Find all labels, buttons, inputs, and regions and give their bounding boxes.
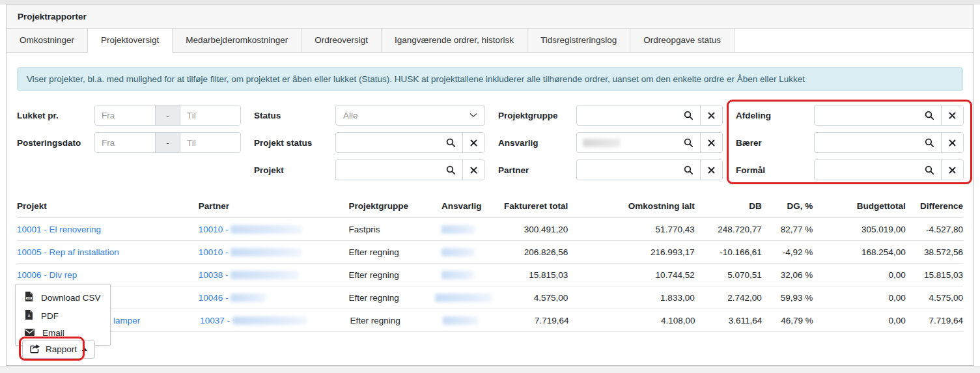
faktureret-total-cell: 206.826,56 bbox=[499, 247, 568, 257]
search-icon[interactable] bbox=[677, 133, 700, 152]
menu-item-label: Download CSV bbox=[41, 293, 101, 303]
dg-pct-cell: 32,06 % bbox=[762, 270, 813, 280]
formaal-label: Formål bbox=[736, 165, 814, 175]
col-partner[interactable]: Partner bbox=[199, 201, 349, 211]
tab-medarbejderomkostninger[interactable]: Medarbejderomkostninger bbox=[173, 29, 301, 53]
search-icon[interactable] bbox=[917, 133, 941, 152]
tab-ordreoversigt[interactable]: Ordreoversigt bbox=[301, 29, 382, 53]
search-icon[interactable] bbox=[677, 160, 700, 180]
projekt-link[interactable]: 10001 - El renovering bbox=[17, 225, 101, 234]
faktureret-total-cell: 15.815,03 bbox=[499, 270, 568, 280]
clear-icon[interactable] bbox=[941, 160, 963, 180]
partner-filter-label: Partner bbox=[498, 165, 576, 175]
projektgruppe-input[interactable] bbox=[577, 111, 677, 120]
clear-icon[interactable] bbox=[941, 105, 963, 125]
col-projektgruppe[interactable]: Projektgruppe bbox=[349, 201, 441, 211]
col-dg-pct[interactable]: DG, % bbox=[762, 201, 813, 211]
projekt-link[interactable]: 10005 - Rep af installation bbox=[17, 247, 119, 257]
col-ansvarlig[interactable]: Ansvarlig bbox=[441, 201, 499, 211]
partner-link[interactable]: 10010 - bbox=[199, 247, 229, 257]
faktureret-total-cell: 7.719,64 bbox=[500, 316, 569, 325]
omkostning-ialt-cell: 10.744,52 bbox=[568, 270, 694, 280]
redacted-partner-name bbox=[231, 225, 302, 234]
redacted-partner-name bbox=[231, 248, 302, 256]
col-projekt[interactable]: Projekt bbox=[17, 201, 199, 211]
envelope-icon bbox=[25, 328, 35, 338]
col-db[interactable]: DB bbox=[695, 201, 762, 211]
projekt-link[interactable]: 10006 - Div rep bbox=[17, 270, 77, 280]
lukket-pr-from-input[interactable] bbox=[95, 105, 155, 125]
tab-igangvaerende-ordrer-historisk[interactable]: Igangværende ordrer, historisk bbox=[382, 29, 527, 53]
search-icon[interactable] bbox=[439, 160, 462, 180]
redacted-ansvarlig bbox=[441, 248, 475, 256]
redacted-partner-name bbox=[232, 316, 307, 325]
formaal-field bbox=[814, 159, 964, 180]
formaal-input[interactable] bbox=[815, 165, 917, 175]
projects-table: Projekt Partner Projektgruppe Ansvarlig … bbox=[17, 197, 963, 332]
clear-icon[interactable] bbox=[700, 160, 722, 180]
posteringsdato-til-input[interactable] bbox=[180, 133, 240, 152]
dg-pct-cell: 59,93 % bbox=[762, 293, 813, 303]
menu-item-download-csv[interactable]: CSV Download CSV bbox=[16, 288, 110, 307]
difference-cell: 38.572,56 bbox=[906, 247, 963, 257]
redacted-ansvarlig bbox=[441, 271, 474, 279]
clear-icon[interactable] bbox=[941, 133, 963, 152]
projekt-status-field bbox=[335, 132, 485, 153]
table-header-row: Projekt Partner Projektgruppe Ansvarlig … bbox=[17, 197, 963, 218]
afdeling-input[interactable] bbox=[815, 111, 917, 120]
redacted-partner-name bbox=[231, 271, 299, 279]
ansvarlig-input[interactable] bbox=[621, 138, 677, 148]
tab-content: Viser projekter, bl.a. med mulighed for … bbox=[7, 53, 973, 332]
col-budgettotal[interactable]: Budgettotal bbox=[813, 201, 905, 211]
redacted-ansvarlig bbox=[443, 316, 479, 325]
partner-link[interactable]: 10037 - bbox=[200, 316, 230, 325]
clear-icon[interactable] bbox=[700, 133, 722, 152]
db-cell: 5.070,51 bbox=[695, 270, 762, 280]
caret-up-icon bbox=[82, 348, 87, 351]
rapport-button[interactable]: Rapport bbox=[22, 340, 95, 359]
projekt-field bbox=[335, 159, 485, 180]
tab-omkostninger[interactable]: Omkostninger bbox=[7, 29, 88, 53]
projektgruppe-cell: Efter regning bbox=[349, 293, 441, 303]
afdeling-label: Afdeling bbox=[736, 111, 814, 120]
search-icon[interactable] bbox=[439, 133, 462, 152]
lukket-pr-label: Lukket pr. bbox=[17, 111, 94, 120]
search-icon[interactable] bbox=[677, 105, 700, 125]
partner-link[interactable]: 10046 - bbox=[199, 293, 229, 303]
difference-cell: 15.815,03 bbox=[906, 270, 963, 280]
tab-tidsregistreringslog[interactable]: Tidsregistreringslog bbox=[527, 29, 630, 53]
partner-link[interactable]: 10038 - bbox=[199, 270, 229, 280]
projekt-input[interactable] bbox=[336, 165, 439, 175]
status-select[interactable]: Alle bbox=[335, 105, 485, 126]
search-icon[interactable] bbox=[917, 105, 941, 125]
menu-item-pdf[interactable]: A PDF bbox=[16, 307, 110, 325]
clear-icon[interactable] bbox=[462, 133, 484, 152]
projekt-status-input[interactable] bbox=[336, 138, 439, 148]
tab-projektoversigt[interactable]: Projektoversigt bbox=[88, 29, 173, 53]
table-row: 10046 - Efter regning 4.575,00 1.833,00 … bbox=[17, 286, 963, 309]
projekt-status-label: Projekt status bbox=[254, 138, 335, 148]
baerer-label: Bærer bbox=[736, 138, 814, 148]
col-omkostning-ialt[interactable]: Omkostning ialt bbox=[568, 201, 694, 211]
tab-ordreopgave-status[interactable]: Ordreopgave status bbox=[630, 29, 735, 53]
baerer-input[interactable] bbox=[815, 138, 917, 148]
posteringsdato-label: Posteringsdato bbox=[17, 138, 94, 148]
redacted-ansvarlig bbox=[441, 225, 475, 234]
report-dropdown-menu: CSV Download CSV A PDF Email bbox=[15, 284, 111, 346]
menu-item-email[interactable]: Email bbox=[16, 325, 110, 341]
col-difference[interactable]: Difference bbox=[906, 201, 963, 211]
partner-input[interactable] bbox=[577, 165, 677, 175]
posteringsdato-from-input[interactable] bbox=[95, 133, 155, 152]
ansvarlig-field bbox=[576, 132, 723, 153]
lukket-pr-til-input[interactable] bbox=[180, 105, 240, 125]
partner-link[interactable]: 10010 - bbox=[199, 225, 229, 234]
col-faktureret-total[interactable]: Faktureret total bbox=[499, 201, 568, 211]
ansvarlig-label: Ansvarlig bbox=[498, 138, 576, 148]
clear-icon[interactable] bbox=[700, 105, 722, 125]
redacted-ansvarlig bbox=[435, 294, 492, 302]
partner-field bbox=[576, 159, 723, 180]
projekt-link[interactable]: lamper bbox=[113, 316, 140, 325]
search-icon[interactable] bbox=[917, 160, 941, 180]
clear-icon[interactable] bbox=[462, 160, 484, 180]
projektgruppe-label: Projektgruppe bbox=[498, 111, 576, 120]
